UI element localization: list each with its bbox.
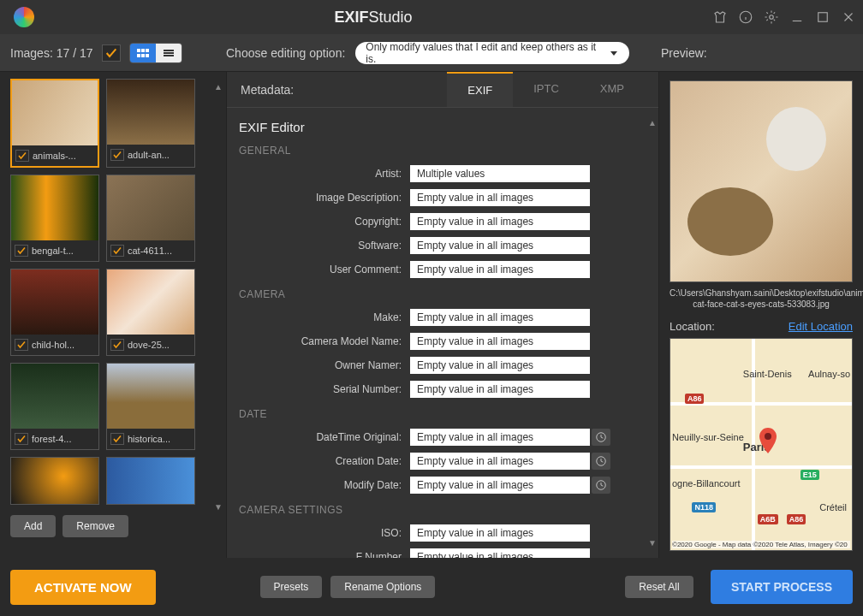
- sidebar: animals-... adult-an... bengal-t... cat-…: [0, 72, 226, 558]
- toolbar: Images: 17 / 17 Choose editing option: O…: [0, 34, 863, 72]
- svg-rect-11: [137, 54, 140, 57]
- iso-field[interactable]: [410, 524, 590, 542]
- clock-icon[interactable]: [592, 453, 610, 470]
- editor-panel: Metadata: EXIF IPTC XMP EXIF Editor GENE…: [226, 72, 659, 558]
- metadata-label: Metadata:: [241, 83, 294, 97]
- artist-field[interactable]: [410, 165, 590, 182]
- thumb-item[interactable]: [10, 457, 99, 505]
- svg-point-21: [765, 433, 771, 440]
- section-general: GENERAL: [239, 145, 638, 157]
- thumb-item[interactable]: bengal-t...: [10, 175, 99, 262]
- editor-title: EXIF Editor: [239, 120, 638, 134]
- presets-button[interactable]: Presets: [260, 576, 323, 598]
- thumb-item[interactable]: animals-...: [10, 79, 99, 168]
- start-process-button[interactable]: START PROCESS: [711, 570, 853, 604]
- copyright-field[interactable]: [410, 213, 590, 230]
- remove-button[interactable]: Remove: [62, 515, 128, 537]
- section-settings: CAMERA SETTINGS: [239, 504, 638, 516]
- thumb-item[interactable]: forest-4...: [10, 363, 99, 450]
- thumb-item[interactable]: cat-4611...: [106, 175, 195, 262]
- thumbnail-grid: animals-... adult-an... bengal-t... cat-…: [10, 79, 219, 505]
- images-count: Images: 17 / 17: [10, 46, 93, 60]
- svg-rect-13: [146, 54, 149, 57]
- tab-xmp[interactable]: XMP: [580, 72, 645, 107]
- svg-rect-12: [141, 54, 145, 57]
- make-field[interactable]: [410, 309, 590, 326]
- shirt-icon[interactable]: [712, 9, 728, 25]
- svg-marker-17: [610, 51, 617, 56]
- editing-option-dropdown[interactable]: Only modify values that I edit and keep …: [355, 42, 629, 64]
- editing-option-label: Choose editing option:: [226, 46, 345, 60]
- gear-icon[interactable]: [764, 9, 779, 25]
- info-icon[interactable]: [738, 9, 753, 25]
- thumb-item[interactable]: historica...: [106, 363, 195, 450]
- footer: ACTIVATE NOW Presets Rename Options Rese…: [0, 558, 863, 616]
- creation-date-field[interactable]: [410, 453, 590, 470]
- app-title: EXIFStudio: [34, 9, 712, 27]
- edit-location-link[interactable]: Edit Location: [789, 320, 853, 333]
- clock-icon[interactable]: [592, 429, 610, 446]
- minimize-icon[interactable]: [789, 9, 805, 25]
- activate-button[interactable]: ACTIVATE NOW: [10, 570, 156, 605]
- datetime-original-field[interactable]: [410, 429, 590, 446]
- map-attribution: ©2020 Google - Map data ©2020 Tele Atlas…: [672, 541, 850, 548]
- app-logo-icon: [14, 7, 34, 27]
- comment-field[interactable]: [410, 261, 590, 278]
- description-field[interactable]: [410, 189, 590, 206]
- preview-path: C:\Users\Ghanshyam.saini\Desktop\exifstu…: [670, 287, 853, 310]
- svg-rect-8: [137, 49, 140, 52]
- close-icon[interactable]: [841, 9, 856, 25]
- titlebar: EXIFStudio: [0, 0, 863, 34]
- serial-field[interactable]: [410, 381, 590, 398]
- rename-options-button[interactable]: Rename Options: [330, 576, 435, 598]
- section-camera: CAMERA: [239, 288, 638, 300]
- location-label: Location:: [670, 320, 715, 333]
- reset-all-button[interactable]: Reset All: [625, 576, 693, 598]
- svg-point-3: [770, 15, 774, 20]
- clock-icon[interactable]: [592, 477, 610, 494]
- preview-header-label: Preview:: [658, 46, 853, 60]
- map-pin-icon: [758, 428, 778, 456]
- owner-field[interactable]: [410, 357, 590, 374]
- svg-rect-9: [141, 49, 145, 52]
- preview-image: [670, 80, 853, 282]
- svg-rect-10: [146, 49, 149, 52]
- select-all-checkbox[interactable]: [102, 44, 121, 62]
- section-date: DATE: [239, 408, 638, 420]
- list-view-icon[interactable]: [156, 44, 182, 62]
- thumb-item[interactable]: child-hol...: [10, 269, 99, 356]
- add-button[interactable]: Add: [10, 515, 56, 537]
- tab-iptc[interactable]: IPTC: [513, 72, 580, 107]
- tab-exif[interactable]: EXIF: [447, 72, 513, 107]
- model-field[interactable]: [410, 333, 590, 350]
- maximize-icon[interactable]: [815, 9, 830, 25]
- thumb-item[interactable]: dove-25...: [106, 269, 195, 356]
- thumb-item[interactable]: adult-an...: [106, 79, 195, 168]
- view-toggle[interactable]: [129, 43, 182, 63]
- fnumber-field[interactable]: [410, 548, 590, 558]
- preview-panel: C:\Users\Ghanshyam.saini\Desktop\exifstu…: [659, 72, 863, 558]
- location-map[interactable]: Saint-Denis Aulnay-so Neuilly-sur-Seine …: [670, 338, 853, 551]
- svg-rect-5: [818, 13, 828, 22]
- grid-view-icon[interactable]: [130, 44, 156, 62]
- modify-date-field[interactable]: [410, 477, 590, 494]
- software-field[interactable]: [410, 237, 590, 254]
- thumb-item[interactable]: [106, 457, 195, 505]
